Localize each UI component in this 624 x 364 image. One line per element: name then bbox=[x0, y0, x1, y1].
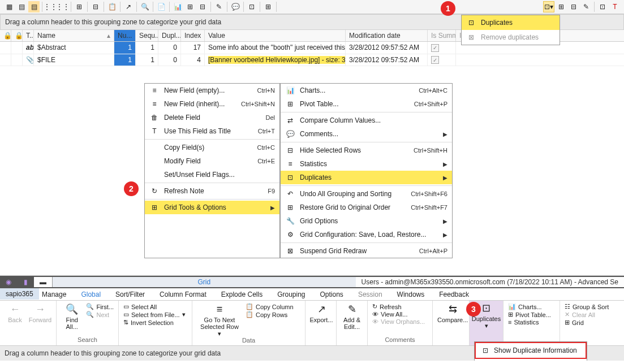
col-header-value[interactable]: Value bbox=[205, 30, 346, 41]
tab-column-format[interactable]: Column Format bbox=[157, 289, 209, 300]
pivot-button[interactable]: ⊞Pivot Table... bbox=[508, 311, 551, 318]
col-header-dup[interactable]: Dupl... bbox=[158, 30, 181, 41]
tab-windows[interactable]: Windows bbox=[395, 289, 427, 300]
menu-item-use-as-title[interactable]: TUse This Field as TitleCtrl+T bbox=[145, 124, 279, 138]
toolbar-btn[interactable]: ⊟ bbox=[197, 1, 208, 12]
app-name[interactable]: sapio365 bbox=[0, 288, 39, 300]
col-header-sum[interactable]: Is Summ... bbox=[428, 30, 456, 41]
view-orphans-button[interactable]: 👁View Orphans... bbox=[372, 318, 425, 325]
toolbar-btn[interactable]: ▦ bbox=[3, 1, 15, 12]
col-header-name[interactable]: Name ▴ bbox=[34, 30, 114, 41]
toolbar-btn[interactable]: ▤ bbox=[16, 1, 27, 12]
menu-item-pivot[interactable]: ⊞Pivot Table...Ctrl+Shift+P bbox=[281, 97, 452, 111]
menu-item-copy-fields[interactable]: Copy Field(s)Ctrl+C bbox=[145, 141, 279, 154]
tab-feedback[interactable]: Feedback bbox=[437, 289, 471, 300]
statistics-button[interactable]: ≡Statistics bbox=[508, 319, 551, 326]
menu-item-comments[interactable]: 💬Comments...▶ bbox=[281, 127, 452, 141]
toolbar-btn[interactable]: ⊞ bbox=[74, 1, 85, 12]
col-header-seq[interactable]: Sequ... bbox=[136, 30, 158, 41]
chart-icon[interactable]: 📊 bbox=[172, 1, 183, 12]
refresh-button[interactable]: ↻Refresh bbox=[372, 303, 425, 310]
toolbar-btn[interactable]: ⊞ bbox=[184, 1, 196, 12]
menu-item-compare[interactable]: ⇄Compare Column Values... bbox=[281, 114, 452, 127]
toolbar-btn[interactable]: ⊡ bbox=[597, 1, 608, 12]
toolbar-btn[interactable]: 💬 bbox=[230, 1, 241, 12]
toolbar-btn[interactable]: ⊡ bbox=[246, 1, 257, 12]
next-button[interactable]: 🔍Next bbox=[86, 311, 114, 318]
toolbar-btn[interactable]: T bbox=[609, 1, 621, 12]
toolbar-btn[interactable]: ⋮⋮ bbox=[57, 1, 68, 12]
refresh-icon: ↻ bbox=[149, 186, 160, 196]
menu-item-restore-grid[interactable]: ⊞Restore Grid to Original OrderCtrl+Shif… bbox=[281, 201, 452, 214]
forward-button[interactable]: →Forward bbox=[29, 303, 51, 343]
globe-icon[interactable]: ◉ bbox=[0, 278, 17, 286]
menu-item-new-field-inherit[interactable]: ≡New Field (inherit)...Ctrl+Shift+N bbox=[145, 97, 279, 111]
server-icon[interactable]: ▮ bbox=[17, 278, 34, 286]
export-button[interactable]: ↗Export... bbox=[310, 303, 333, 343]
menu-item-statistics[interactable]: ≡Statistics▶ bbox=[281, 157, 452, 171]
menu-item-field-flags[interactable]: Set/Unset Field Flags... bbox=[145, 168, 279, 181]
first-button[interactable]: 🔍First... bbox=[86, 303, 114, 310]
toolbar-btn[interactable]: ✎ bbox=[213, 1, 225, 12]
toolbar-btn[interactable]: ⋮⋮ bbox=[45, 1, 56, 12]
select-from-file-button[interactable]: ▭Select from File... ▾ bbox=[123, 311, 186, 318]
toolbar-btn[interactable]: ⊟ bbox=[568, 1, 579, 12]
col-header-nu[interactable]: Nu... bbox=[114, 30, 136, 41]
toolbar-btn[interactable]: 📋 bbox=[106, 1, 118, 12]
col-header-mod[interactable]: Modification date bbox=[346, 30, 428, 41]
copy-column-button[interactable]: 📋Copy Column bbox=[246, 303, 294, 310]
toolbar-btn[interactable]: ⊞ bbox=[262, 1, 274, 12]
tab-grouping[interactable]: Grouping bbox=[275, 289, 307, 300]
find-all-button[interactable]: 🔍Find All... bbox=[61, 303, 83, 336]
toolbar-btn[interactable]: ↗ bbox=[123, 1, 134, 12]
menu-item-delete-field[interactable]: 🗑Delete FieldDel bbox=[145, 111, 279, 124]
duplicates-toolbar-btn[interactable]: ⊡▾ bbox=[543, 1, 554, 12]
menu-item-undo-grouping[interactable]: ↶Undo All Grouping and SortingCtrl+Shift… bbox=[281, 187, 452, 201]
toolbar-btn[interactable]: ▤ bbox=[28, 1, 40, 12]
compare-button[interactable]: ⇆Compare... bbox=[437, 303, 468, 343]
table-row[interactable]: 📎 $FILE 1 1 0 4 [Banner voorbeeld Helivi… bbox=[0, 54, 624, 67]
tab-sort-filter[interactable]: Sort/Filter bbox=[113, 289, 147, 300]
menu-item-modify-field[interactable]: Modify FieldCtrl+E bbox=[145, 154, 279, 168]
cell-check: ✓ bbox=[428, 54, 456, 66]
menu-item-hide-rows[interactable]: ⊟Hide Selected RowsCtrl+Shift+H bbox=[281, 144, 452, 157]
tab-options[interactable]: Options bbox=[318, 289, 346, 300]
add-edit-button[interactable]: ✎Add & Edit... bbox=[341, 303, 363, 343]
grid-button[interactable]: ⊞Grid bbox=[565, 319, 609, 326]
col-header-index[interactable]: Index bbox=[181, 30, 205, 41]
toolbar-btn[interactable]: ✎ bbox=[580, 1, 592, 12]
tab-explode-cells[interactable]: Explode Cells bbox=[219, 289, 265, 300]
menu-item-new-field-empty[interactable]: ≡New Field (empty)...Ctrl+N bbox=[145, 84, 279, 97]
menu-item-grid-config[interactable]: ⚙Grid Configuration: Save, Load, Restore… bbox=[281, 228, 452, 241]
goto-next-row-button[interactable]: ≡Go To Next Selected Row▾ bbox=[197, 303, 242, 337]
group-sort-button[interactable]: ☷Group & Sort bbox=[565, 303, 609, 310]
menu-item-charts[interactable]: 📊Charts...Ctrl+Alt+C bbox=[281, 84, 452, 97]
col-lock-icon[interactable]: 🔒 bbox=[0, 30, 11, 41]
toolbar-btn[interactable]: 📄 bbox=[156, 1, 167, 12]
col-header-type[interactable]: T... bbox=[23, 30, 34, 41]
select-all-button[interactable]: ▭Select All bbox=[123, 303, 186, 310]
tab-session[interactable]: Session bbox=[356, 289, 385, 300]
menu-item-grid-tools[interactable]: ⊞Grid Tools & Options▶ bbox=[145, 201, 279, 214]
menu-item-duplicates[interactable]: ⊡ Duplicates bbox=[462, 15, 560, 30]
window-tab[interactable]: ▬ bbox=[34, 277, 53, 287]
back-button[interactable]: ←Back bbox=[5, 303, 25, 343]
tab-manage[interactable]: Manage bbox=[40, 289, 68, 300]
tab-global[interactable]: Global bbox=[79, 289, 103, 300]
menu-item-show-duplicate-info[interactable]: ⊡ Show Duplicate Information bbox=[475, 342, 587, 359]
toolbar-btn[interactable]: ⊞ bbox=[556, 1, 567, 12]
copy-rows-button[interactable]: 📋Copy Rows bbox=[246, 311, 294, 318]
menu-item-refresh-note[interactable]: ↻Refresh NoteF9 bbox=[145, 184, 279, 198]
toolbar-btn[interactable]: ⊟ bbox=[90, 1, 101, 12]
invert-selection-button[interactable]: ⇅Invert Selection bbox=[123, 319, 186, 326]
restore-icon: ⊞ bbox=[285, 202, 295, 213]
menu-item-suspend-redraw[interactable]: ⊠Suspend Grid RedrawCtrl+Alt+P bbox=[281, 244, 452, 258]
col-lock-icon[interactable]: 🔒 bbox=[11, 30, 23, 41]
view-all-button[interactable]: 👁View All... bbox=[372, 311, 425, 318]
clear-all-button[interactable]: ✕Clear All bbox=[565, 311, 609, 318]
menu-item-duplicates[interactable]: ⊡Duplicates▶ bbox=[281, 171, 452, 184]
charts-button[interactable]: 📊Charts... bbox=[508, 303, 551, 310]
menu-item-grid-options[interactable]: 🔧Grid Options▶ bbox=[281, 214, 452, 228]
callout-badge-1: 1 bbox=[441, 1, 455, 16]
search-icon[interactable]: 🔍 bbox=[139, 1, 150, 12]
